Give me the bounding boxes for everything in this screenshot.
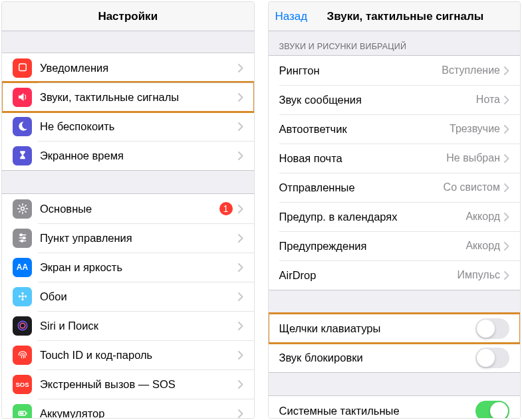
bell-icon (13, 58, 32, 78)
gear-icon (13, 199, 32, 219)
svg-rect-17 (26, 413, 27, 415)
sound-row-newmail[interactable]: Новая почтаНе выбран (269, 144, 521, 173)
row-label: Щелчки клавиатуры (279, 322, 476, 335)
section-header: ЗВУКИ И РИСУНКИ ВИБРАЦИЙ (269, 31, 521, 55)
chevron-right-icon (238, 205, 243, 213)
sound-row-voicemail[interactable]: АвтоответчикТрезвучие (269, 114, 521, 144)
row-label: Экстренный вызов — SOS (40, 378, 238, 391)
back-button[interactable]: Назад (269, 2, 308, 31)
chevron-right-icon (504, 213, 509, 221)
svg-rect-18 (19, 413, 23, 415)
row-value: Аккорд (465, 211, 500, 223)
row-label: Предупр. в календарях (279, 211, 466, 223)
settings-row-sounds[interactable]: Звуки, тактильные сигналы (2, 82, 254, 112)
chevron-right-icon (238, 93, 243, 102)
row-label: Пункт управления (40, 232, 238, 245)
settings-row-touchid[interactable]: Touch ID и код-пароль (2, 340, 254, 369)
row-label: Системные тактильные (279, 405, 476, 417)
battery-icon (13, 404, 32, 419)
row-label: Звук блокировки (279, 352, 476, 364)
row-value: Вступление (442, 64, 500, 76)
settings-root: Настройки УведомленияЗвуки, тактильные с… (1, 1, 255, 419)
toggle-system-haptics[interactable] (475, 401, 509, 419)
sound-row-calendar[interactable]: Предупр. в календаряхАккорд (269, 202, 521, 231)
flower-icon (13, 287, 32, 306)
sos-icon: SOS (13, 375, 32, 394)
svg-point-8 (21, 240, 23, 242)
svg-point-7 (23, 237, 25, 239)
settings-row-dnd[interactable]: Не беспокоить (2, 112, 254, 141)
row-label: Siri и Поиск (40, 320, 238, 332)
sound-row-airdrop[interactable]: AirDropИмпульс (269, 261, 521, 290)
siri-icon (13, 316, 32, 336)
row-value: Аккорд (465, 240, 500, 252)
chevron-right-icon (238, 380, 243, 389)
row-label: Уведомления (40, 62, 238, 74)
row-label: Аккумулятор (40, 407, 238, 419)
svg-point-6 (20, 234, 22, 236)
chevron-right-icon (238, 122, 243, 131)
chevron-right-icon (238, 263, 243, 272)
settings-row-siri[interactable]: Siri и Поиск (2, 311, 254, 340)
chevron-right-icon (238, 64, 243, 72)
row-label: Автоответчик (279, 123, 450, 136)
sounds-list[interactable]: ЗВУКИ И РИСУНКИ ВИБРАЦИЙ РингтонВступлен… (269, 31, 521, 418)
settings-row-notifications[interactable]: Уведомления (2, 53, 254, 82)
textsize-icon: AA (13, 258, 32, 277)
back-label: Назад (275, 10, 308, 23)
chevron-right-icon (238, 152, 243, 160)
chevron-right-icon (504, 242, 509, 251)
svg-point-11 (21, 298, 23, 300)
chevron-right-icon (238, 234, 243, 243)
chevron-right-icon (504, 96, 509, 104)
chevron-right-icon (238, 292, 243, 301)
toggle-keyboard_clicks[interactable] (475, 318, 509, 339)
row-label: Не беспокоить (40, 120, 238, 133)
settings-row-display[interactable]: AAЭкран и яркость (2, 253, 254, 282)
sound-row-ringtone[interactable]: РингтонВступление (269, 56, 521, 85)
chevron-right-icon (238, 322, 243, 330)
row-value: Нота (476, 94, 500, 106)
settings-row-sos[interactable]: SOSЭкстренный вызов — SOS (2, 369, 254, 399)
row-value: Трезвучие (450, 123, 500, 135)
sound-row-text[interactable]: Звук сообщенияНота (269, 85, 521, 114)
sounds-root: Назад Звуки, тактильные сигналы ЗВУКИ И … (268, 1, 521, 419)
sound-row-reminder[interactable]: ПредупрежденияАккорд (269, 231, 521, 261)
toggle-lock_sound[interactable] (475, 348, 509, 368)
row-label: Основные (40, 203, 219, 215)
row-label: Отправленные (279, 181, 444, 194)
chevron-right-icon (238, 351, 243, 360)
svg-point-9 (21, 295, 24, 298)
badge: 1 (219, 202, 233, 215)
sliders-icon (13, 229, 32, 248)
sound-row-sentmail[interactable]: ОтправленныеСо свистом (269, 173, 521, 202)
svg-point-1 (21, 66, 24, 68)
page-title: Настройки (2, 10, 254, 23)
navbar-settings: Настройки (2, 2, 254, 31)
fingerprint-icon (13, 346, 32, 365)
row-label: Обои (40, 290, 238, 303)
switch-row-keyboard_clicks: Щелчки клавиатуры (269, 314, 521, 343)
row-value: Не выбран (446, 152, 500, 164)
svg-point-12 (18, 295, 20, 297)
svg-point-14 (18, 321, 27, 330)
row-value: Со свистом (444, 181, 500, 193)
settings-row-screentime[interactable]: Экранное время (2, 141, 254, 170)
settings-list[interactable]: УведомленияЗвуки, тактильные сигналыНе б… (2, 31, 254, 418)
row-label: Новая почта (279, 152, 447, 165)
chevron-right-icon (504, 154, 509, 163)
chevron-right-icon (504, 183, 509, 192)
svg-point-13 (24, 295, 26, 297)
chevron-right-icon (504, 66, 509, 75)
switch-row-system-haptics: Системные тактильные (269, 396, 521, 418)
row-label: Звук сообщения (279, 94, 476, 106)
switch-row-lock_sound: Звук блокировки (269, 343, 521, 372)
settings-row-controlcenter[interactable]: Пункт управления (2, 223, 254, 253)
settings-row-general[interactable]: Основные1 (2, 194, 254, 223)
moon-icon (13, 117, 32, 136)
chevron-right-icon (238, 409, 243, 418)
row-label: Рингтон (279, 64, 442, 77)
settings-row-wallpaper[interactable]: Обои (2, 282, 254, 311)
svg-point-10 (21, 292, 23, 294)
settings-row-battery[interactable]: Аккумулятор (2, 399, 254, 418)
